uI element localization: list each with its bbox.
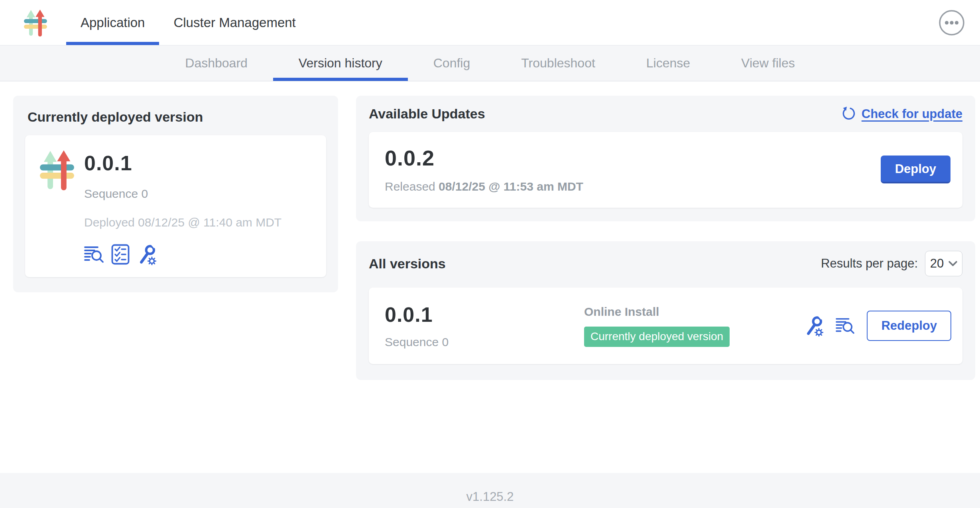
tab-config[interactable]: Config (408, 45, 496, 81)
update-info: 0.0.2 Released 08/12/25 @ 11:53 am MDT (385, 146, 583, 193)
deployed-card-title: Currently deployed version (28, 109, 326, 125)
results-per-page-label: Results per page: (821, 256, 918, 271)
release-notes-button[interactable] (836, 317, 855, 335)
available-updates-title: Available Updates (369, 106, 485, 122)
currently-deployed-card: Currently deployed version 0.0.1 Sequenc… (13, 96, 338, 292)
deployed-version-info: 0.0.1 Sequence 0 Deployed 08/12/25 @ 11:… (84, 146, 281, 265)
update-row: 0.0.2 Released 08/12/25 @ 11:53 am MDT D… (369, 132, 962, 208)
deployed-sequence: Sequence 0 (84, 187, 281, 201)
tab-application[interactable]: Application (66, 0, 159, 45)
ellipsis-icon (939, 10, 965, 36)
tab-license[interactable]: License (621, 45, 716, 81)
check-for-update-label: Check for update (862, 107, 962, 121)
wrench-gear-icon (137, 244, 157, 265)
release-notes-button[interactable] (84, 245, 104, 264)
all-versions-card: All versions Results per page: 20 0.0.1 … (356, 241, 975, 380)
tab-cluster-management[interactable]: Cluster Management (159, 0, 310, 45)
wrench-gear-icon (804, 315, 824, 337)
tab-dashboard[interactable]: Dashboard (159, 45, 273, 81)
currently-deployed-badge: Currently deployed version (584, 327, 730, 347)
version-row-info: 0.0.1 Sequence 0 (385, 303, 584, 349)
redeploy-button[interactable]: Redeploy (867, 311, 951, 341)
deployed-timestamp: Deployed 08/12/25 @ 11:40 am MDT (84, 216, 281, 229)
chevron-down-icon (949, 260, 957, 267)
version-row-status: Online Install Currently deployed versio… (584, 305, 804, 347)
console-version: v1.125.2 (466, 490, 514, 508)
release-notes-icon (84, 245, 104, 264)
deploy-button[interactable]: Deploy (881, 156, 950, 183)
deployed-actions (84, 244, 281, 265)
app-sub-nav: Dashboard Version history Config Trouble… (0, 45, 980, 81)
all-versions-title: All versions (369, 256, 446, 272)
app-logo-icon (39, 149, 75, 191)
top-nav: Application Cluster Management (0, 0, 980, 45)
version-row-actions: Redeploy (804, 311, 951, 341)
released-prefix: Released (385, 180, 435, 193)
top-nav-tabs: Application Cluster Management (66, 0, 310, 45)
update-version-number: 0.0.2 (385, 146, 583, 170)
available-updates-header: Available Updates Check for update (369, 106, 962, 122)
rotate-ccw-icon (841, 106, 856, 122)
admin-console-page: Application Cluster Management Dashboard… (0, 0, 980, 508)
view-config-button[interactable] (137, 244, 157, 265)
released-datetime: 08/12/25 @ 11:53 am MDT (439, 180, 583, 193)
right-column: Available Updates Check for update 0.0.2… (356, 96, 975, 380)
preflight-checks-icon (111, 244, 130, 265)
release-notes-icon (836, 317, 855, 335)
page-footer: v1.125.2 (0, 473, 980, 508)
version-row: 0.0.1 Sequence 0 Online Install Currentl… (369, 287, 962, 364)
check-for-update-link[interactable]: Check for update (841, 106, 962, 122)
all-versions-header: All versions Results per page: 20 (369, 251, 962, 276)
row-version-number: 0.0.1 (385, 303, 584, 327)
app-logo-icon (23, 8, 48, 37)
main-content: Currently deployed version 0.0.1 Sequenc… (0, 81, 980, 380)
results-per-page-select[interactable]: 20 (925, 251, 962, 276)
update-released-timestamp: Released 08/12/25 @ 11:53 am MDT (385, 180, 583, 193)
install-type-label: Online Install (584, 305, 804, 319)
available-updates-card: Available Updates Check for update 0.0.2… (356, 96, 975, 221)
tab-view-files[interactable]: View files (716, 45, 821, 81)
deployed-version-panel: 0.0.1 Sequence 0 Deployed 08/12/25 @ 11:… (25, 135, 326, 277)
tab-version-history[interactable]: Version history (273, 45, 408, 81)
row-sequence: Sequence 0 (385, 335, 584, 349)
preflight-checks-button[interactable] (111, 244, 130, 265)
deployed-version-number: 0.0.1 (84, 151, 281, 175)
results-per-page-control: Results per page: 20 (821, 251, 962, 276)
overflow-menu-button[interactable] (939, 10, 965, 36)
view-config-button[interactable] (804, 315, 824, 337)
tab-troubleshoot[interactable]: Troubleshoot (496, 45, 621, 81)
results-per-page-value: 20 (930, 256, 944, 271)
